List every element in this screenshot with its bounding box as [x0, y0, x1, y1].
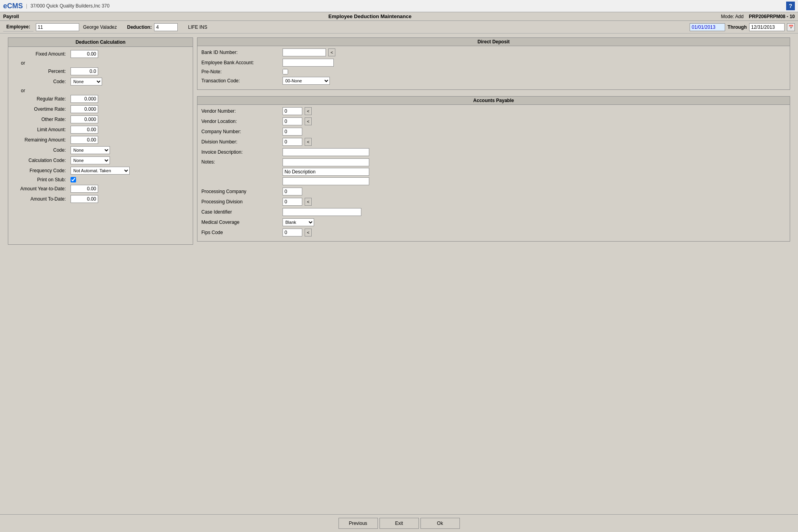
bank-id-label: Bank ID Number: — [201, 50, 280, 55]
medical-coverage-label: Medical Coverage — [201, 219, 280, 225]
end-date-input[interactable] — [749, 23, 785, 31]
or-text-2: or — [13, 88, 188, 93]
overtime-rate-input[interactable] — [71, 105, 98, 113]
calc-code-select[interactable]: None — [71, 156, 110, 164]
medical-coverage-row: Medical Coverage Blank — [201, 218, 786, 226]
direct-deposit-header: Direct Deposit — [197, 38, 790, 46]
code-select-1[interactable]: None — [71, 78, 102, 86]
regular-rate-input[interactable] — [71, 95, 98, 103]
division-number-lookup-button[interactable]: < — [305, 138, 312, 146]
or-text-1: or — [13, 60, 188, 66]
emp-bank-acct-row: Employee Bank Account: — [201, 59, 786, 67]
notes-input-3[interactable] — [283, 177, 369, 185]
code-select-2[interactable]: None — [71, 146, 110, 154]
other-rate-label: Other Rate: — [13, 117, 68, 122]
trans-code-row: Transaction Code: 00-None — [201, 77, 786, 85]
print-stub-checkbox[interactable] — [71, 177, 76, 182]
right-panels: Direct Deposit Bank ID Number: < Employe… — [197, 37, 790, 245]
processing-division-input[interactable] — [283, 198, 302, 206]
page-title: Employee Deduction Maintenance — [328, 13, 411, 19]
medical-coverage-select[interactable]: Blank — [283, 218, 314, 226]
emp-bank-acct-input[interactable] — [283, 59, 334, 67]
app-logo: eCMS — [3, 2, 23, 10]
exit-button[interactable]: Exit — [379, 518, 419, 529]
bank-id-input[interactable] — [283, 48, 326, 56]
vendor-location-lookup-button[interactable]: < — [305, 117, 312, 125]
fixed-amount-label: Fixed Amount: — [13, 51, 68, 57]
bank-id-row: Bank ID Number: < — [201, 48, 786, 56]
company-number-input[interactable] — [283, 128, 302, 136]
notes-label: Notes: — [201, 158, 280, 165]
code-label-2: Code: — [13, 147, 68, 153]
remaining-amount-input[interactable] — [71, 136, 98, 144]
trans-code-select[interactable]: 00-None — [283, 77, 330, 85]
code-label-1: Code: — [13, 79, 68, 84]
calendar-button[interactable]: 📅 — [787, 23, 795, 31]
accounts-payable-header: Accounts Payable — [197, 97, 790, 105]
processing-company-input[interactable] — [283, 188, 302, 195]
vendor-number-lookup-button[interactable]: < — [305, 107, 312, 115]
title-divider: | — [26, 3, 27, 9]
limit-amount-row: Limit Amount: — [13, 126, 188, 134]
processing-company-label: Processing Company — [201, 189, 280, 194]
vendor-number-input[interactable] — [283, 107, 302, 115]
deduction-label: Deduction: — [127, 24, 152, 30]
pre-note-checkbox[interactable] — [283, 69, 288, 74]
division-number-input[interactable] — [283, 138, 302, 146]
case-identifier-input[interactable] — [283, 208, 361, 216]
employee-name: George Valadez — [83, 24, 117, 30]
processing-division-lookup-button[interactable]: < — [305, 198, 312, 206]
fixed-amount-input[interactable] — [71, 50, 98, 58]
ok-button[interactable]: Ok — [420, 518, 460, 529]
deduction-input[interactable] — [154, 23, 178, 31]
title-bar: eCMS | 37/000 Quick Quality Builders,Inc… — [0, 0, 798, 12]
vendor-number-row: Vendor Number: < — [201, 107, 786, 115]
deduction-calc-header: Deduction Calculation — [8, 38, 193, 47]
division-number-row: Division Number: < — [201, 138, 786, 146]
remaining-amount-label: Remaining Amount: — [13, 137, 68, 143]
amt-to-date-input[interactable] — [71, 195, 98, 203]
employee-label: Employee: — [3, 22, 33, 32]
notes-input-1[interactable] — [283, 158, 369, 166]
employee-number-input[interactable] — [36, 23, 79, 31]
bank-id-lookup-button[interactable]: < — [328, 48, 335, 56]
vendor-number-label: Vendor Number: — [201, 108, 280, 114]
invoice-desc-row: Invoice Description: — [201, 148, 786, 156]
accounts-payable-body: Vendor Number: < Vendor Location: < Comp… — [197, 105, 790, 241]
vendor-location-row: Vendor Location: < — [201, 117, 786, 125]
previous-button[interactable]: Previous — [339, 518, 378, 529]
pre-note-row: Pre-Note: — [201, 69, 786, 74]
amt-to-date-row: Amount To-Date: — [13, 195, 188, 203]
accounts-payable-panel: Accounts Payable Vendor Number: < Vendor… — [197, 96, 790, 242]
freq-code-select[interactable]: Not Automat. Taken — [71, 167, 130, 175]
other-rate-input[interactable] — [71, 115, 98, 123]
direct-deposit-body: Bank ID Number: < Employee Bank Account:… — [197, 46, 790, 89]
percent-label: Percent: — [13, 69, 68, 74]
fips-code-input[interactable] — [283, 229, 302, 236]
amt-ytd-row: Amount Year-to-Date: — [13, 185, 188, 193]
fips-code-label: Fips Code — [201, 230, 280, 235]
employee-bar: Employee: George Valadez Deduction: LIFE… — [0, 21, 798, 33]
start-date-input[interactable] — [690, 23, 725, 31]
company-number-row: Company Number: — [201, 128, 786, 136]
help-button[interactable]: ? — [786, 2, 795, 10]
deduction-calc-panel: Deduction Calculation Fixed Amount: or P… — [8, 37, 193, 245]
calc-code-label: Calculation Code: — [13, 158, 68, 163]
program-code: PRP206PRPM08 - 10 — [749, 14, 795, 19]
print-stub-row: Print on Stub: — [13, 177, 188, 182]
invoice-desc-label: Invoice Description: — [201, 149, 280, 155]
fips-code-lookup-button[interactable]: < — [305, 229, 312, 236]
division-number-label: Division Number: — [201, 139, 280, 145]
amt-ytd-input[interactable] — [71, 185, 98, 193]
notes-row: Notes: — [201, 158, 786, 185]
limit-amount-input[interactable] — [71, 126, 98, 134]
code-row-1: Code: None — [13, 78, 188, 86]
regular-rate-label: Regular Rate: — [13, 96, 68, 102]
invoice-desc-input[interactable] — [283, 148, 369, 156]
regular-rate-row: Regular Rate: — [13, 95, 188, 103]
mode-label: Mode: — [721, 14, 734, 19]
percent-input[interactable] — [71, 67, 98, 75]
vendor-location-input[interactable] — [283, 117, 302, 125]
company-info: 37/000 Quick Quality Builders,Inc 370 — [30, 3, 110, 9]
notes-input-2[interactable] — [283, 168, 369, 176]
